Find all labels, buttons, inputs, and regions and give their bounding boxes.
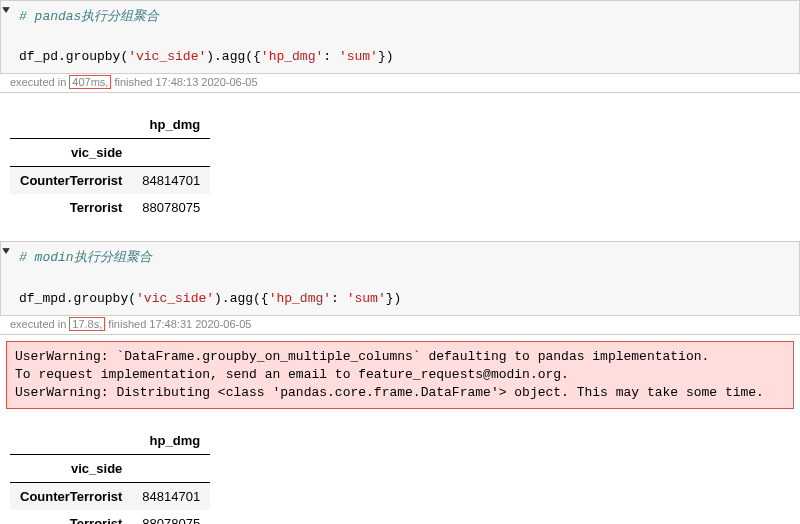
code-comment: # pandas执行分组聚合: [19, 9, 159, 24]
table-row: Terrorist 88078075: [10, 510, 210, 524]
code-string: 'vic_side': [136, 291, 214, 306]
stderr-output: UserWarning: `DataFrame.groupby_on_multi…: [6, 341, 794, 410]
code-editor[interactable]: # modin执行分组聚合 df_mpd.groupby('vic_side')…: [11, 242, 799, 314]
cell-value: 88078075: [132, 194, 210, 221]
index-name: vic_side: [10, 455, 132, 483]
chevron-down-icon: [2, 6, 10, 14]
cell-value: 84814701: [132, 167, 210, 195]
code-token: :: [331, 291, 347, 306]
exec-time-highlight: 17.8s,: [69, 317, 105, 331]
exec-prefix: executed in: [10, 318, 69, 330]
cell-collapse-toggle[interactable]: [1, 242, 11, 314]
execution-info: executed in 17.8s, finished 17:48:31 202…: [0, 316, 800, 335]
input-area[interactable]: # modin执行分组聚合 df_mpd.groupby('vic_side')…: [0, 241, 800, 315]
col-header: hp_dmg: [132, 111, 210, 139]
code-token: ).agg({: [214, 291, 269, 306]
code-string: 'sum': [347, 291, 386, 306]
exec-suffix: finished 17:48:13 2020-06-05: [111, 76, 257, 88]
code-editor[interactable]: # pandas执行分组聚合 df_pd.groupby('vic_side')…: [11, 1, 799, 73]
col-header: hp_dmg: [132, 427, 210, 455]
exec-time-highlight: 407ms,: [69, 75, 111, 89]
svg-marker-1: [3, 249, 9, 254]
code-token: :: [323, 49, 339, 64]
cell-collapse-toggle[interactable]: [1, 1, 11, 73]
cell-value: 84814701: [132, 483, 210, 511]
input-area[interactable]: # pandas执行分组聚合 df_pd.groupby('vic_side')…: [0, 0, 800, 74]
code-token: df_pd.groupby(: [19, 49, 128, 64]
exec-prefix: executed in: [10, 76, 69, 88]
code-string: 'hp_dmg': [261, 49, 323, 64]
chevron-down-icon: [2, 247, 10, 255]
output-dataframe: hp_dmg vic_side CounterTerrorist 8481470…: [10, 111, 210, 221]
row-index: CounterTerrorist: [10, 483, 132, 511]
table-row: CounterTerrorist 84814701: [10, 483, 210, 511]
code-token: }): [386, 291, 402, 306]
warning-line: UserWarning: `DataFrame.groupby_on_multi…: [15, 349, 709, 364]
table-row: Terrorist 88078075: [10, 194, 210, 221]
table-row: CounterTerrorist 84814701: [10, 167, 210, 195]
code-token: df_mpd.groupby(: [19, 291, 136, 306]
code-token: ).agg({: [206, 49, 261, 64]
execution-info: executed in 407ms, finished 17:48:13 202…: [0, 74, 800, 93]
cell-pandas: # pandas执行分组聚合 df_pd.groupby('vic_side')…: [0, 0, 800, 221]
warning-line: To request implementation, send an email…: [15, 367, 569, 382]
code-token: }): [378, 49, 394, 64]
cell-value: 88078075: [132, 510, 210, 524]
row-index: Terrorist: [10, 510, 132, 524]
code-string: 'hp_dmg': [269, 291, 331, 306]
index-name: vic_side: [10, 139, 132, 167]
exec-suffix: finished 17:48:31 2020-06-05: [105, 318, 251, 330]
svg-marker-0: [3, 8, 9, 13]
output-dataframe: hp_dmg vic_side CounterTerrorist 8481470…: [10, 427, 210, 524]
cell-modin: # modin执行分组聚合 df_mpd.groupby('vic_side')…: [0, 241, 800, 524]
warning-line: UserWarning: Distributing <class 'pandas…: [15, 385, 764, 400]
code-string: 'sum': [339, 49, 378, 64]
row-index: CounterTerrorist: [10, 167, 132, 195]
code-string: 'vic_side': [128, 49, 206, 64]
code-comment: # modin执行分组聚合: [19, 250, 152, 265]
row-index: Terrorist: [10, 194, 132, 221]
